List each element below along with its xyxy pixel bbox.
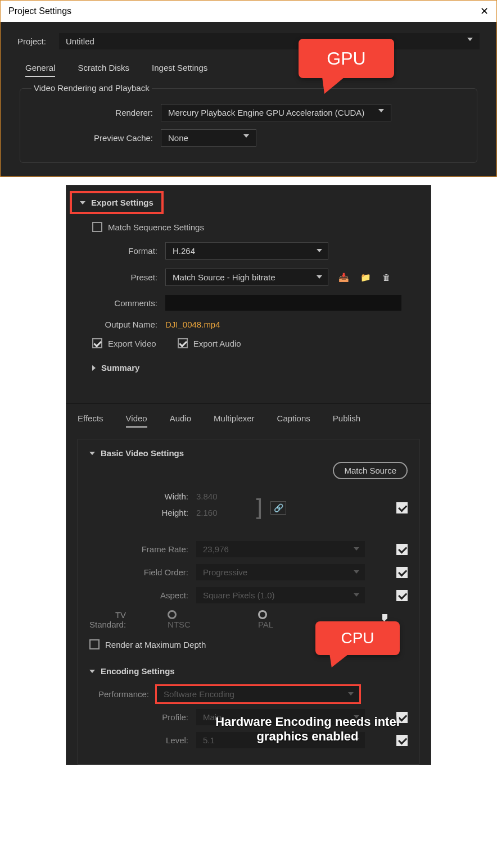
project-value: Untitled	[66, 37, 94, 46]
fieldorder-check[interactable]	[396, 567, 408, 578]
gpu-callout: GPU	[299, 39, 394, 78]
chevron-down-icon	[378, 109, 384, 112]
export-settings-header[interactable]: Export Settings	[70, 191, 164, 214]
aspect-dropdown[interactable]: Square Pixels (1.0)	[196, 587, 365, 603]
level-label: Level:	[89, 735, 196, 745]
link-icon[interactable]: 🔗	[270, 501, 286, 515]
renderer-label: Renderer:	[31, 108, 161, 117]
save-preset-icon[interactable]: 📥	[338, 272, 349, 283]
comments-input[interactable]	[165, 295, 401, 311]
import-preset-icon[interactable]: 📁	[360, 272, 371, 283]
project-label: Project:	[17, 37, 51, 46]
chevron-right-icon[interactable]	[92, 365, 96, 371]
tab-video[interactable]: Video	[126, 413, 147, 428]
match-sequence-label: Match Sequence Settings	[108, 222, 204, 232]
profile-label: Profile:	[89, 712, 196, 722]
tab-multiplexer[interactable]: Multiplexer	[214, 413, 255, 428]
preview-cache-label: Preview Cache:	[31, 133, 161, 143]
aspect-label: Aspect:	[89, 590, 196, 600]
delete-preset-icon[interactable]: 🗑	[382, 272, 391, 283]
pal-radio[interactable]: PAL	[258, 610, 307, 629]
performance-dropdown[interactable]: Software Encoding	[157, 686, 359, 702]
chevron-down-icon	[317, 275, 322, 279]
renderer-value: Mercury Playback Engine GPU Acceleration…	[168, 108, 364, 117]
preview-cache-value: None	[168, 133, 188, 143]
export-settings-title: Export Settings	[91, 198, 153, 207]
chevron-down-icon	[80, 201, 85, 204]
chevron-down-icon	[348, 692, 354, 696]
framerate-label: Frame Rate:	[89, 544, 196, 554]
tab-captions[interactable]: Captions	[277, 413, 310, 428]
framerate-dropdown[interactable]: 23,976	[196, 541, 365, 557]
performance-label: Performance:	[89, 689, 157, 699]
tv-standard-label: TV Standard:	[89, 610, 134, 629]
tab-scratch-disks[interactable]: Scratch Disks	[78, 63, 129, 77]
preset-dropdown[interactable]: Match Source - High bitrate	[165, 269, 328, 286]
chevron-down-icon[interactable]	[89, 670, 95, 673]
ntsc-radio[interactable]: NTSC	[168, 610, 224, 629]
encoding-title: Encoding Settings	[101, 666, 175, 676]
height-value[interactable]: 2.160	[196, 508, 241, 517]
annotation-text: Hardware Encoding needs intel graphics e…	[207, 715, 408, 744]
renderer-dropdown[interactable]: Mercury Playback Engine GPU Acceleration…	[161, 104, 391, 121]
encoding-settings-group: CPU Encoding Settings Performance: Softw…	[89, 666, 408, 748]
height-label: Height:	[89, 508, 196, 517]
export-audio-label: Export Audio	[193, 339, 241, 348]
summary-toggle[interactable]: Summary	[101, 363, 139, 372]
match-sequence-checkbox[interactable]	[92, 222, 102, 232]
export-video-label: Export Video	[108, 339, 156, 348]
tab-audio[interactable]: Audio	[170, 413, 191, 428]
window-title: Project Settings	[8, 6, 71, 16]
chevron-down-icon[interactable]	[89, 452, 95, 455]
dimensions-check[interactable]	[396, 502, 408, 513]
comments-label: Comments:	[92, 298, 165, 308]
format-value: H.264	[173, 246, 195, 256]
tab-ingest-settings[interactable]: Ingest Settings	[152, 63, 207, 77]
chevron-down-icon	[354, 593, 359, 597]
chevron-down-icon	[354, 570, 359, 574]
bvs-title: Basic Video Settings	[101, 448, 184, 458]
close-icon[interactable]: ✕	[480, 5, 489, 17]
chevron-down-icon	[317, 249, 322, 252]
export-settings-panel: Export Settings Match Sequence Settings …	[66, 185, 431, 765]
format-label: Format:	[92, 246, 165, 256]
group-title: Video Rendering and Playback	[31, 83, 152, 93]
preset-label: Preset:	[92, 272, 165, 282]
format-dropdown[interactable]: H.264	[165, 242, 328, 260]
tab-publish[interactable]: Publish	[333, 413, 360, 428]
export-audio-checkbox[interactable]	[178, 338, 188, 348]
tab-general[interactable]: General	[25, 63, 55, 77]
output-name-link[interactable]: DJI_0048.mp4	[165, 320, 220, 329]
project-settings-window: Project Settings ✕ Project: Untitled Gen…	[0, 0, 497, 177]
video-rendering-group: Video Rendering and Playback Renderer: M…	[20, 88, 477, 163]
fieldorder-label: Field Order:	[89, 567, 196, 577]
framerate-check[interactable]	[396, 544, 408, 555]
width-value[interactable]: 3.840	[196, 492, 241, 501]
titlebar: Project Settings ✕	[1, 1, 496, 22]
tab-effects[interactable]: Effects	[78, 413, 103, 428]
width-label: Width:	[89, 492, 196, 501]
aspect-check[interactable]	[396, 590, 408, 601]
project-dropdown[interactable]: Untitled	[59, 33, 480, 49]
preview-cache-dropdown[interactable]: None	[161, 129, 256, 147]
fieldorder-dropdown[interactable]: Progressive	[196, 564, 365, 580]
chevron-down-icon	[243, 134, 249, 138]
settings-tabs: General Scratch Disks Ingest Settings	[25, 63, 472, 77]
render-max-depth-checkbox[interactable]	[89, 639, 100, 649]
render-max-depth-label: Render at Maximum Depth	[105, 640, 206, 649]
basic-video-settings-group: Basic Video Settings Match Source Width:…	[78, 439, 419, 765]
export-video-checkbox[interactable]	[92, 338, 102, 348]
bracket-icon: ]	[252, 495, 266, 521]
preset-value: Match Source - High bitrate	[173, 272, 275, 282]
output-name-label: Output Name:	[92, 320, 165, 329]
match-source-button[interactable]: Match Source	[333, 462, 408, 479]
chevron-down-icon	[354, 547, 359, 551]
chevron-down-icon	[467, 38, 473, 41]
cpu-callout: CPU	[315, 621, 400, 655]
export-tabs: Effects Video Audio Multiplexer Captions…	[66, 403, 431, 431]
